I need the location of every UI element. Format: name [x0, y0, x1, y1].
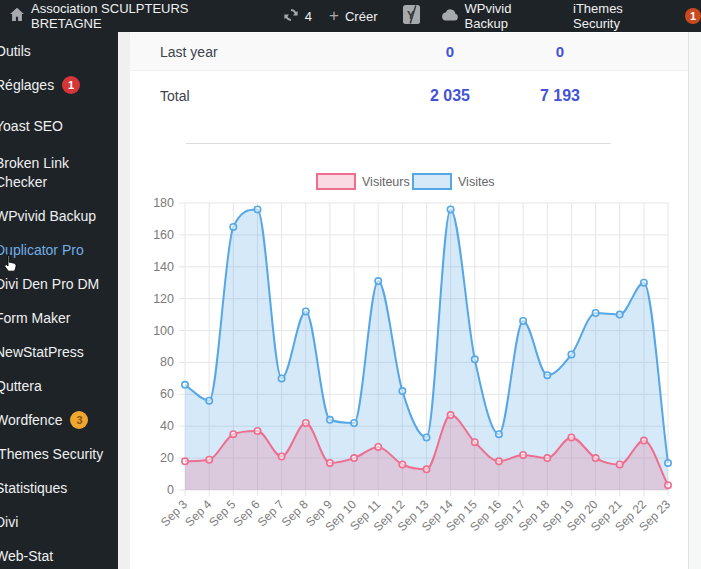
home-icon [9, 7, 25, 25]
svg-text:Sep 6: Sep 6 [231, 497, 263, 529]
sidebar-item-wordfence[interactable]: Wordfence3 [0, 403, 118, 437]
row-value: 0 [505, 43, 615, 60]
update-icon [283, 7, 299, 26]
legend-swatch [413, 174, 451, 189]
yoast-seo-icon: Y [403, 5, 420, 27]
statistics-panel: Last year00Total2 0357 193 0204060801001… [130, 32, 688, 569]
sidebar-item-label: Divi [0, 513, 18, 532]
mouse-cursor-hand [2, 253, 19, 278]
sidebar-item-statistiques[interactable]: Statistiques [0, 471, 118, 505]
row-label: Last year [160, 44, 395, 60]
sidebar-menu: OutilsRéglages1Yoast SEOBroken Link Chec… [0, 32, 118, 569]
row-value: 2 035 [395, 87, 505, 105]
legend-item-visiteurs[interactable]: Visiteurs [317, 174, 410, 189]
sidebar-item-web-stat[interactable]: Web-Stat [0, 539, 118, 569]
wpvivid-menu[interactable]: WPvivid Backup [441, 0, 559, 32]
svg-text:Sep 8: Sep 8 [279, 497, 311, 529]
new-content-label: Créer [345, 9, 378, 24]
updates-button[interactable]: 4 [283, 0, 312, 32]
sidebar-item-badge: 1 [62, 76, 80, 94]
chart-svg: 020406080100120140160180Sep 3Sep 4Sep 5S… [140, 164, 688, 564]
svg-text:160: 160 [153, 228, 174, 242]
sidebar-item-wpvivid-backup[interactable]: WPvivid Backup [0, 199, 118, 233]
svg-text:Sep 5: Sep 5 [206, 497, 238, 529]
sidebar-item-label: Web-Stat [0, 547, 53, 566]
sidebar-item-label: Outils [0, 42, 31, 61]
sidebar-item-yoast-seo[interactable]: Yoast SEO [0, 109, 118, 143]
sidebar-item-quttera[interactable]: Quttera [0, 369, 118, 403]
svg-text:60: 60 [160, 387, 174, 401]
sidebar-item-label: Form Maker [0, 309, 70, 328]
cloud-icon [441, 8, 459, 24]
svg-text:20: 20 [160, 451, 174, 465]
sidebar-item-form-maker[interactable]: Form Maker [0, 301, 118, 335]
sidebar: OutilsRéglages1Yoast SEOBroken Link Chec… [0, 32, 118, 569]
scrollbar-track[interactable] [688, 32, 701, 569]
svg-text:40: 40 [160, 419, 174, 433]
site-name: Association SCULPTEURS BRETAGNE [31, 1, 262, 31]
sidebar-item-ithemes-security[interactable]: iThemes Security [0, 437, 118, 471]
sidebar-item-label: Quttera [0, 377, 42, 396]
svg-text:120: 120 [153, 292, 174, 306]
new-content-button[interactable]: + Créer [329, 0, 377, 32]
legend-item-visites[interactable]: Visites [413, 174, 495, 189]
sidebar-item-outils[interactable]: Outils [0, 34, 118, 68]
svg-text:80: 80 [160, 355, 174, 369]
svg-text:Sep 3: Sep 3 [158, 497, 190, 529]
ithemes-label: iThemes Security [573, 1, 673, 31]
sidebar-item-label: WPvivid Backup [0, 207, 96, 226]
legend-label: Visiteurs [362, 175, 410, 189]
divider [186, 143, 611, 144]
svg-text:Sep 7: Sep 7 [255, 497, 287, 529]
legend-swatch [317, 174, 355, 189]
main-content: Last year00Total2 0357 193 0204060801001… [118, 32, 688, 569]
sidebar-item-label: Broken Link Checker [0, 154, 91, 192]
sidebar-item-label: Yoast SEO [0, 117, 63, 136]
visits-chart: 020406080100120140160180Sep 3Sep 4Sep 5S… [140, 164, 688, 564]
notification-badge: 1 [685, 8, 701, 24]
sidebar-item-label: NewStatPress [0, 343, 84, 362]
sidebar-item-label: iThemes Security [0, 445, 103, 464]
svg-text:140: 140 [153, 260, 174, 274]
sidebar-item-broken-link-checker[interactable]: Broken Link Checker [0, 147, 118, 199]
row-label: Total [160, 88, 395, 104]
wpvivid-label: WPvivid Backup [465, 1, 559, 31]
sidebar-item-label: Wordfence [0, 411, 62, 430]
site-menu[interactable]: Association SCULPTEURS BRETAGNE [9, 0, 262, 32]
sidebar-item-newstatpress[interactable]: NewStatPress [0, 335, 118, 369]
sidebar-item-label: Réglages [0, 76, 54, 95]
sidebar-item-badge: 3 [70, 411, 88, 429]
sidebar-item-reglages[interactable]: Réglages1 [0, 68, 118, 102]
sidebar-item-label: Statistiques [0, 479, 67, 498]
svg-text:180: 180 [153, 196, 174, 210]
row-value: 7 193 [505, 87, 615, 105]
yoast-menu[interactable]: Y [403, 0, 420, 32]
ithemes-security-menu[interactable]: iThemes Security 1 [573, 0, 701, 32]
svg-text:100: 100 [153, 324, 174, 338]
chart-legend: VisiteursVisites [317, 174, 495, 189]
svg-text:0: 0 [167, 483, 174, 497]
svg-text:Sep 4: Sep 4 [182, 497, 214, 529]
row-value: 0 [395, 43, 505, 60]
plus-icon: + [329, 7, 339, 24]
update-count: 4 [305, 9, 312, 24]
admin-bar: Association SCULPTEURS BRETAGNE 4 + Crée… [0, 0, 701, 32]
stats-table: Last year00Total2 0357 193 [130, 32, 688, 121]
table-row-last-year: Last year00 [130, 33, 688, 71]
sidebar-item-divi[interactable]: Divi [0, 505, 118, 539]
legend-label: Visites [458, 175, 495, 189]
table-row-total: Total2 0357 193 [130, 71, 688, 121]
